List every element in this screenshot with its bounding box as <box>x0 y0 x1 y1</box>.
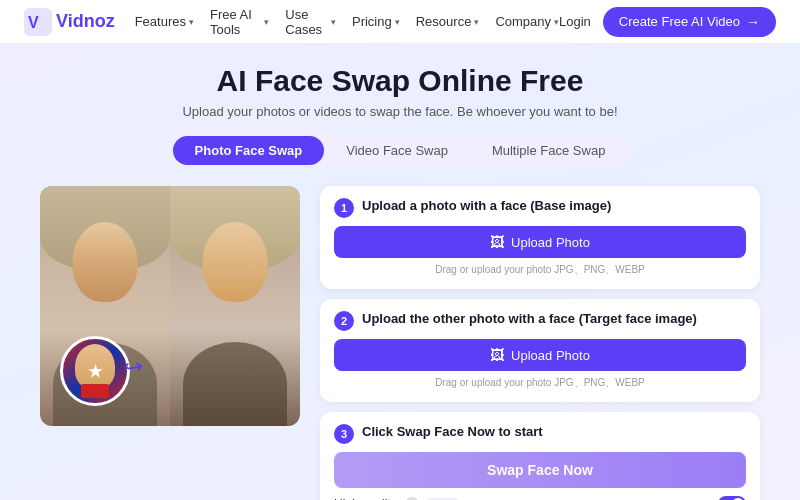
header-actions: Login Create Free AI Video → <box>559 7 776 37</box>
arrow-right-icon: → <box>746 14 760 30</box>
login-button[interactable]: Login <box>559 14 591 29</box>
face-decoration-result <box>203 222 268 302</box>
quality-row: High quality i New <box>334 496 746 500</box>
upload-photo-2-button[interactable]: 🖼 Upload Photo <box>334 339 746 371</box>
face-decoration <box>73 222 138 302</box>
step-2-card: 2 Upload the other photo with a face (Ta… <box>320 299 760 402</box>
chevron-down-icon: ▾ <box>331 17 336 27</box>
hero-subtitle: Upload your photos or videos to swap the… <box>40 104 760 119</box>
header: V Vidnoz Features ▾ Free AI Tools ▾ Use … <box>0 0 800 44</box>
demo-result <box>170 186 300 426</box>
step-2-num: 2 <box>334 311 354 331</box>
hero-title: AI Face Swap Online Free <box>40 64 760 98</box>
tab-group: Photo Face Swap Video Face Swap Multiple… <box>170 133 631 168</box>
swap-face-now-button[interactable]: Swap Face Now <box>334 452 746 488</box>
tab-video-face-swap[interactable]: Video Face Swap <box>324 136 470 165</box>
nav-features[interactable]: Features ▾ <box>135 7 194 37</box>
drag-hint-1: Drag or upload your photo JPG、PNG、WEBP <box>334 263 746 277</box>
svg-text:V: V <box>28 14 39 31</box>
demo-original: ★ ↪ <box>40 186 170 426</box>
upload-photo-1-button[interactable]: 🖼 Upload Photo <box>334 226 746 258</box>
nav-use-cases[interactable]: Use Cases ▾ <box>285 7 336 37</box>
nav-company[interactable]: Company ▾ <box>495 7 559 37</box>
step-1-card: 1 Upload a photo with a face (Base image… <box>320 186 760 289</box>
chevron-down-icon: ▾ <box>395 17 400 27</box>
logo-icon: V <box>24 8 52 36</box>
nav-pricing[interactable]: Pricing ▾ <box>352 7 400 37</box>
target-face-circle: ★ <box>60 336 130 406</box>
logo[interactable]: V Vidnoz <box>24 8 115 36</box>
upload-icon-2: 🖼 <box>490 347 504 363</box>
step-1-header: 1 Upload a photo with a face (Base image… <box>334 198 746 218</box>
step-2-title: Upload the other photo with a face (Targ… <box>362 311 697 326</box>
step-2-header: 2 Upload the other photo with a face (Ta… <box>334 311 746 331</box>
chevron-down-icon: ▾ <box>264 17 269 27</box>
step-3-title: Click Swap Face Now to start <box>362 424 543 439</box>
image-demo: ★ ↪ <box>40 186 300 426</box>
nav-resource[interactable]: Resource ▾ <box>416 7 480 37</box>
step-3-card: 3 Click Swap Face Now to start Swap Face… <box>320 412 760 500</box>
tab-multiple-face-swap[interactable]: Multiple Face Swap <box>470 136 627 165</box>
chevron-down-icon: ▾ <box>474 17 479 27</box>
step-1-title: Upload a photo with a face (Base image) <box>362 198 611 213</box>
step-1-num: 1 <box>334 198 354 218</box>
content-area: ★ ↪ 1 Upload a photo with a face (Base i… <box>40 186 760 500</box>
chevron-down-icon: ▾ <box>189 17 194 27</box>
main-nav: Features ▾ Free AI Tools ▾ Use Cases ▾ P… <box>135 7 559 37</box>
upload-icon: 🖼 <box>490 234 504 250</box>
create-video-button[interactable]: Create Free AI Video → <box>603 7 776 37</box>
body-decoration-result <box>183 342 287 426</box>
step-3-header: 3 Click Swap Face Now to start <box>334 424 746 444</box>
logo-text: Vidnoz <box>56 11 115 32</box>
steps-panel: 1 Upload a photo with a face (Base image… <box>320 186 760 500</box>
nav-free-ai-tools[interactable]: Free AI Tools ▾ <box>210 7 269 37</box>
quality-toggle[interactable] <box>718 496 746 500</box>
drag-hint-2: Drag or upload your photo JPG、PNG、WEBP <box>334 376 746 390</box>
step-3-num: 3 <box>334 424 354 444</box>
main-content: AI Face Swap Online Free Upload your pho… <box>0 44 800 500</box>
tab-photo-face-swap[interactable]: Photo Face Swap <box>173 136 325 165</box>
